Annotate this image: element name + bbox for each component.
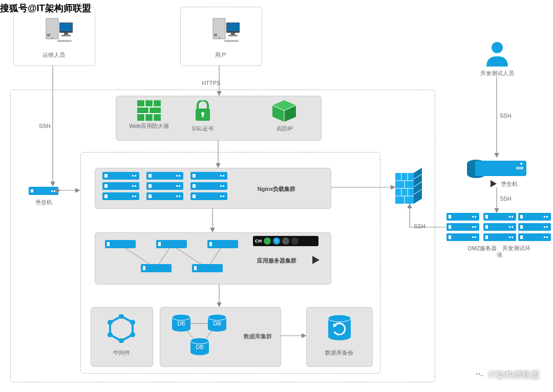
- svg-rect-179: [518, 233, 551, 241]
- svg-rect-153: [472, 226, 474, 228]
- wechat-icon: [474, 371, 485, 380]
- svg-rect-46: [132, 175, 134, 177]
- watermark-br-label: IT架构师联盟: [488, 369, 540, 381]
- svg-rect-171: [518, 213, 551, 221]
- svg-rect-76: [190, 192, 227, 200]
- edge-ssh-bastion-dmz: SSH: [500, 195, 512, 202]
- svg-point-1: [479, 374, 485, 379]
- svg-rect-65: [148, 194, 152, 198]
- svg-rect-55: [135, 195, 136, 197]
- svg-rect-151: [446, 223, 479, 231]
- wide-server-icon: [466, 159, 527, 181]
- lock-icon: [195, 100, 211, 122]
- svg-marker-146: [491, 180, 497, 187]
- svg-rect-156: [449, 235, 451, 239]
- svg-rect-71: [223, 175, 224, 177]
- svg-rect-178: [546, 226, 548, 228]
- svg-rect-172: [520, 215, 523, 219]
- nginx-label: Nginx负载集群: [241, 185, 312, 193]
- svg-rect-26: [54, 190, 55, 192]
- svg-rect-10: [60, 23, 72, 31]
- svg-rect-177: [544, 226, 545, 228]
- svg-rect-74: [220, 185, 222, 187]
- edge-https: HTTPS: [202, 80, 220, 86]
- svg-point-16: [219, 37, 220, 39]
- svg-rect-45: [104, 174, 108, 178]
- svg-rect-19: [231, 33, 235, 35]
- svg-rect-70: [220, 175, 222, 177]
- svg-rect-169: [509, 236, 511, 238]
- svg-text:DB: DB: [177, 320, 185, 326]
- toolbar-ch-label: CH: [255, 238, 262, 244]
- svg-rect-12: [61, 35, 71, 36]
- svg-rect-147: [446, 213, 479, 221]
- svg-rect-175: [518, 223, 551, 231]
- svg-rect-11: [64, 33, 68, 35]
- svg-point-2: [476, 373, 477, 374]
- svg-rect-182: [546, 236, 548, 238]
- db-backup-icon: [327, 314, 352, 342]
- svg-rect-52: [102, 192, 139, 200]
- svg-rect-166: [512, 226, 513, 228]
- svg-rect-173: [544, 216, 545, 217]
- svg-rect-37: [202, 114, 204, 117]
- ssl-label: SSL证书: [182, 125, 223, 133]
- svg-rect-68: [190, 172, 227, 180]
- svg-rect-50: [132, 185, 134, 187]
- server-stack-icon: [146, 172, 183, 201]
- svg-rect-168: [485, 235, 488, 239]
- person-icon: [484, 41, 510, 68]
- cube-icon: [272, 100, 296, 122]
- svg-rect-44: [102, 172, 139, 180]
- svg-rect-154: [475, 226, 476, 228]
- svg-rect-15: [214, 34, 217, 36]
- svg-rect-48: [102, 182, 139, 190]
- bastion-right-label: 堡垒机: [501, 180, 537, 188]
- edge-ssh-dmz: SSH: [414, 223, 426, 229]
- server-stack-icon: [446, 213, 479, 243]
- edge-ssh-dev: SSH: [500, 113, 512, 119]
- svg-rect-77: [193, 194, 196, 198]
- svg-rect-67: [179, 195, 180, 197]
- server-stack-icon: [102, 172, 139, 201]
- svg-rect-167: [483, 233, 516, 241]
- svg-rect-158: [475, 236, 476, 238]
- svg-rect-18: [227, 23, 239, 31]
- svg-rect-180: [520, 235, 523, 239]
- server-bar-icon: [29, 187, 58, 196]
- server-stack-icon: [190, 172, 227, 201]
- anti-ddos-label: 高防IP: [264, 125, 305, 133]
- svg-rect-61: [148, 184, 152, 188]
- svg-rect-162: [512, 216, 513, 217]
- watermark-bottom-right: IT架构师联盟: [474, 369, 540, 381]
- svg-rect-79: [223, 195, 224, 197]
- db-cluster-icon: DB DB DB: [164, 310, 236, 358]
- svg-rect-58: [176, 175, 178, 177]
- app-cluster-label: 应用服务器集群: [246, 257, 307, 265]
- svg-rect-73: [193, 184, 196, 188]
- svg-point-4: [480, 375, 481, 376]
- svg-text:DB: DB: [213, 320, 221, 326]
- dmz-label: DMZ服务器、开发测试环境: [466, 245, 533, 258]
- svg-point-145: [520, 163, 522, 165]
- edge-ssh-left: SSH: [39, 123, 51, 129]
- svg-rect-91: [143, 266, 145, 270]
- svg-rect-51: [135, 185, 136, 187]
- svg-rect-176: [520, 225, 523, 229]
- svg-rect-63: [179, 185, 180, 187]
- play-icon: [491, 180, 498, 187]
- svg-point-100: [108, 332, 113, 337]
- svg-rect-148: [449, 215, 451, 219]
- svg-rect-150: [475, 216, 476, 217]
- svg-rect-89: [209, 242, 212, 246]
- svg-rect-57: [148, 174, 152, 178]
- svg-point-8: [52, 37, 53, 39]
- svg-rect-159: [483, 213, 516, 221]
- svg-rect-144: [516, 167, 523, 169]
- svg-rect-20: [228, 35, 238, 36]
- svg-rect-87: [158, 242, 161, 246]
- svg-point-98: [130, 332, 135, 337]
- svg-rect-60: [146, 182, 183, 190]
- svg-point-22: [492, 42, 503, 53]
- server-stack-icon: [483, 213, 516, 243]
